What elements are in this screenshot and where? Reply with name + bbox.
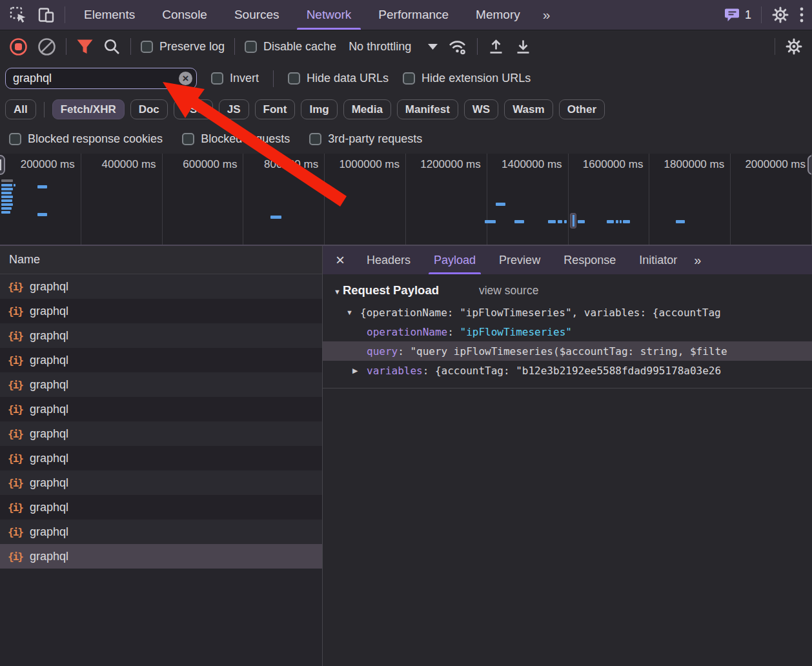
- invert-checkbox[interactable]: Invert: [211, 72, 259, 85]
- request-row-graphql[interactable]: {i}graphql: [0, 520, 322, 544]
- clear-network-log-button[interactable]: [37, 37, 56, 56]
- request-row-graphql[interactable]: {i}graphql: [0, 397, 322, 421]
- request-row-graphql[interactable]: {i}graphql: [0, 372, 322, 397]
- toolbar-divider: [234, 38, 235, 55]
- tab-network[interactable]: Network: [293, 0, 365, 30]
- detail-tab-label: Initiator: [639, 254, 677, 267]
- detail-tab-headers[interactable]: Headers: [355, 246, 422, 274]
- name-column-header[interactable]: Name: [0, 246, 322, 274]
- request-detail-panel: × HeadersPayloadPreviewResponseInitiator…: [323, 246, 812, 666]
- detail-tab-label: Payload: [434, 254, 476, 267]
- payload-segment: variables: [367, 365, 423, 377]
- hide-extension-urls-checkbox[interactable]: Hide extension URLs: [403, 72, 531, 85]
- checkbox-box: [288, 72, 300, 85]
- chip-label: CSS: [182, 103, 205, 116]
- filter-chip-js[interactable]: JS: [219, 99, 249, 119]
- request-row-graphql[interactable]: {i}graphql: [0, 421, 322, 446]
- filter-chip-other[interactable]: Other: [559, 99, 605, 119]
- timeline-request-bar: [558, 220, 562, 223]
- checkbox-box: [309, 133, 321, 145]
- detail-tab-label: Preview: [499, 254, 540, 267]
- tab-console[interactable]: Console: [148, 0, 221, 30]
- filter-funnel-icon[interactable]: [76, 39, 94, 55]
- detail-tab-preview[interactable]: Preview: [487, 246, 552, 274]
- request-row-graphql[interactable]: {i}graphql: [0, 544, 322, 569]
- hide-data-urls-checkbox[interactable]: Hide data URLs: [288, 72, 389, 85]
- timeline-request-bar: [564, 220, 567, 223]
- payload-segment: "query ipFlowTimeseries($accountTag: str…: [410, 345, 727, 358]
- expand-toggle-icon[interactable]: ▶: [352, 367, 367, 375]
- filter-chip-doc[interactable]: Doc: [130, 99, 168, 119]
- settings-gear-icon[interactable]: [771, 6, 789, 24]
- export-har-icon[interactable]: [514, 38, 532, 56]
- tab-performance[interactable]: Performance: [365, 0, 462, 30]
- 3rd-party-requests-checkbox[interactable]: 3rd-party requests: [309, 132, 422, 146]
- timeline-request-bar: [514, 220, 524, 223]
- request-row-graphql[interactable]: {i}graphql: [0, 495, 322, 520]
- request-name: graphql: [30, 525, 68, 539]
- network-conditions-icon[interactable]: [447, 38, 467, 56]
- json-braces-icon: {i}: [8, 354, 23, 367]
- detail-tab-payload[interactable]: Payload: [422, 246, 487, 274]
- payload-line[interactable]: ▼{operationName: "ipFlowTimeseries", var…: [323, 303, 812, 322]
- filter-chip-fetch-xhr[interactable]: Fetch/XHR: [52, 99, 125, 119]
- detail-tab-response[interactable]: Response: [552, 246, 627, 274]
- inspect-element-icon[interactable]: [10, 6, 27, 24]
- detail-tabs: HeadersPayloadPreviewResponseInitiator: [355, 246, 689, 274]
- blocked-response-cookies-checkbox[interactable]: Blocked response cookies: [9, 132, 163, 146]
- checkbox-box: [182, 133, 194, 145]
- payload-line[interactable]: operationName: "ipFlowTimeseries": [323, 322, 812, 341]
- more-panels-icon[interactable]: »: [534, 7, 561, 23]
- filter-chip-all[interactable]: All: [5, 99, 36, 119]
- throttling-select[interactable]: No throttling: [349, 40, 438, 54]
- filter-chip-manifest[interactable]: Manifest: [397, 99, 458, 119]
- tab-memory[interactable]: Memory: [462, 0, 534, 30]
- request-row-graphql[interactable]: {i}graphql: [0, 348, 322, 372]
- disable-cache-checkbox[interactable]: Disable cache: [245, 40, 336, 54]
- request-row-graphql[interactable]: {i}graphql: [0, 323, 322, 348]
- collapse-icon[interactable]: ▼: [334, 288, 341, 296]
- tab-label: Sources: [234, 8, 279, 22]
- filter-chip-ws[interactable]: WS: [464, 99, 498, 119]
- checkbox-box: [141, 41, 153, 53]
- toolbar-divider: [477, 38, 478, 55]
- request-row-graphql[interactable]: {i}graphql: [0, 446, 322, 470]
- chip-label: Other: [567, 103, 596, 116]
- filter-chip-css[interactable]: CSS: [174, 99, 213, 119]
- request-row-graphql[interactable]: {i}graphql: [0, 274, 322, 299]
- 3rd-party-requests-label: 3rd-party requests: [328, 132, 422, 146]
- kebab-menu-icon[interactable]: [799, 6, 804, 23]
- request-row-graphql[interactable]: {i}graphql: [0, 470, 322, 495]
- clear-filter-icon[interactable]: ×: [179, 72, 192, 85]
- detail-tab-initiator[interactable]: Initiator: [627, 246, 689, 274]
- more-detail-tabs-icon[interactable]: »: [694, 253, 702, 268]
- import-har-icon[interactable]: [487, 38, 505, 56]
- search-icon[interactable]: [103, 38, 121, 56]
- filter-chip-font[interactable]: Font: [255, 99, 296, 119]
- blocked-requests-checkbox[interactable]: Blocked requests: [182, 132, 290, 146]
- requests-panel: Name {i}graphql{i}graphql{i}graphql{i}gr…: [0, 246, 323, 666]
- payload-line[interactable]: query: "query ipFlowTimeseries($accountT…: [323, 341, 812, 361]
- preserve-log-checkbox[interactable]: Preserve log: [141, 40, 225, 54]
- payload-line[interactable]: ▶variables: {accountTag: "b12e3b2192ee55…: [323, 361, 812, 380]
- filter-chip-media[interactable]: Media: [343, 99, 391, 119]
- timeline-tick-label: 200000 ms: [21, 158, 75, 171]
- json-braces-icon: {i}: [8, 330, 23, 342]
- tab-sources[interactable]: Sources: [221, 0, 293, 30]
- network-settings-gear-icon[interactable]: [785, 37, 803, 56]
- close-icon[interactable]: ×: [325, 252, 355, 268]
- view-source-link[interactable]: view source: [479, 284, 538, 298]
- expand-toggle-icon[interactable]: ▼: [346, 308, 360, 316]
- request-row-graphql[interactable]: {i}graphql: [0, 299, 322, 323]
- device-toolbar-icon[interactable]: [37, 6, 55, 24]
- record-network-log-button[interactable]: [9, 37, 28, 56]
- issues-counter[interactable]: 1: [724, 8, 751, 23]
- filter-chip-img[interactable]: Img: [301, 99, 337, 119]
- filter-input[interactable]: [5, 68, 197, 89]
- blocked-response-cookies-label: Blocked response cookies: [28, 132, 163, 146]
- timeline-column: 1800000 ms: [649, 154, 731, 245]
- tab-elements[interactable]: Elements: [70, 0, 148, 30]
- chip-label: Media: [352, 103, 383, 116]
- network-overview-timeline[interactable]: 200000 ms400000 ms600000 ms800000 ms1000…: [0, 154, 812, 246]
- filter-chip-wasm[interactable]: Wasm: [504, 99, 553, 119]
